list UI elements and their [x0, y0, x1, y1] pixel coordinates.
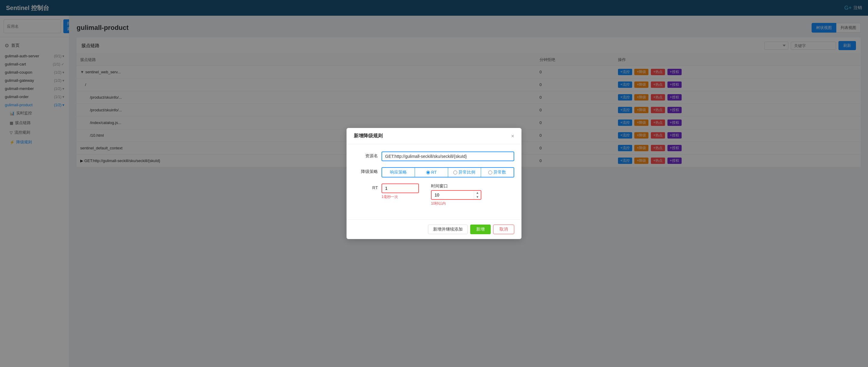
resource-label: 资源名 — [354, 151, 378, 159]
time-window-input[interactable] — [432, 191, 474, 199]
modal-title: 新增降级规则 — [354, 133, 383, 139]
spinner-down[interactable]: ▼ — [474, 195, 481, 199]
rt-label: RT — [354, 184, 378, 190]
exception-count-radio[interactable] — [488, 171, 492, 174]
strategy-tabs: 响应策略 RT 异常比例 — [381, 167, 514, 177]
modal-header: 新增降级规则 × — [346, 128, 522, 144]
time-window-label: 时间窗口 — [431, 184, 448, 189]
rt-input[interactable] — [382, 184, 418, 193]
resource-control — [381, 151, 514, 161]
time-window-field: 时间窗口 ▲ ▼ 10秒以内 — [431, 184, 482, 206]
main-content: gulimall-product 树状视图 列表视图 簇点链路 刷新 — [69, 16, 868, 367]
strategy-tab-exception-count[interactable]: 异常数 — [481, 168, 514, 177]
rt-field: 1毫秒一次 — [381, 184, 419, 199]
strategy-tab-exception-ratio[interactable]: 异常比例 — [448, 168, 481, 177]
resource-input[interactable] — [381, 151, 514, 161]
strategy-label: 降级策略 — [354, 167, 378, 174]
time-window-input-wrap: ▲ ▼ — [431, 190, 482, 200]
modal-overlay: 新增降级规则 × 资源名 降级策略 — [69, 16, 868, 367]
strategy-control: 响应策略 RT 异常比例 — [381, 167, 514, 177]
cancel-button[interactable]: 取消 — [493, 225, 514, 234]
rt-radio[interactable] — [426, 171, 430, 174]
strategy-tab-rt[interactable]: RT — [415, 168, 448, 177]
add-continue-button[interactable]: 新增并继续添加 — [428, 225, 468, 234]
strategy-row: 降级策略 响应策略 RT — [354, 167, 514, 177]
rt-row: RT 1毫秒一次 时间窗口 — [354, 184, 514, 206]
rt-hint: 1毫秒一次 — [381, 194, 398, 199]
modal-body: 资源名 降级策略 响应策略 — [346, 144, 522, 219]
modal-close-button[interactable]: × — [511, 133, 514, 139]
resource-name-row: 资源名 — [354, 151, 514, 161]
time-window-hint: 10秒以内 — [431, 201, 446, 206]
add-degrade-rule-modal: 新增降级规则 × 资源名 降级策略 — [346, 128, 522, 239]
strategy-tab-response[interactable]: 响应策略 — [382, 168, 415, 177]
spinner-up[interactable]: ▲ — [474, 191, 481, 195]
exception-ratio-radio[interactable] — [453, 171, 457, 174]
modal-footer: 新增并继续添加 新增 取消 — [346, 219, 522, 239]
add-button[interactable]: 新增 — [470, 225, 491, 234]
time-window-spinner: ▲ ▼ — [474, 191, 481, 199]
rt-input-wrap — [381, 184, 419, 193]
rt-control: 1毫秒一次 时间窗口 ▲ ▼ — [381, 184, 514, 206]
